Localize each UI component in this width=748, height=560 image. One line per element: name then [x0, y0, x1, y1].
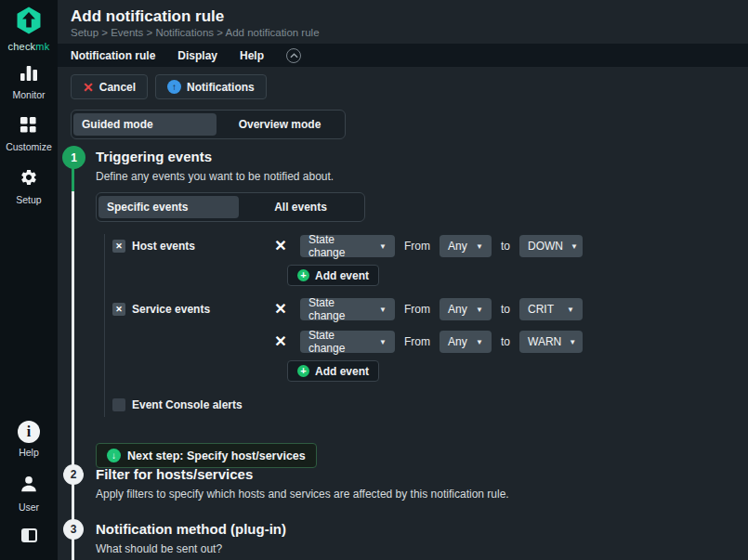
chevron-up-circle-icon[interactable]: [286, 48, 301, 63]
cancel-button[interactable]: ✕ Cancel: [71, 74, 148, 99]
triggering-events-section: Specific events All events ✕ Host events…: [96, 192, 690, 468]
step-1-circle: 1: [62, 146, 85, 169]
delete-row-icon[interactable]: ✕: [270, 334, 291, 349]
notifications-label: Notifications: [187, 81, 255, 94]
chevron-down-icon: ▼: [476, 338, 483, 346]
page-title: Add notification rule: [71, 7, 748, 26]
plus-circle-icon: +: [297, 269, 309, 281]
sidebar: checkmk Monitor Customize: [0, 0, 58, 560]
step-2-title: Filter for hosts/services: [96, 465, 509, 483]
cancel-x-icon: ✕: [83, 81, 94, 94]
mode-tabs: Guided mode Overview mode: [71, 110, 346, 139]
service-to-select[interactable]: WARN▼: [519, 331, 583, 353]
host-events-checkbox-group[interactable]: ✕ Host events: [112, 240, 261, 253]
host-events-label: Host events: [132, 240, 195, 253]
step-2-subtitle: Apply filters to specify which hosts and…: [96, 488, 509, 501]
service-events-label: Service events: [132, 303, 210, 316]
menubar: Notification rule Display Help: [58, 44, 748, 67]
event-console-row: Event Console alerts: [112, 393, 690, 417]
chevron-down-icon: ▼: [476, 242, 483, 251]
plus-circle-icon: +: [297, 365, 309, 377]
breadcrumb: Setup > Events > Notifications > Add not…: [71, 27, 748, 44]
timeline-white-segment: [72, 191, 74, 560]
notifications-button[interactable]: ↑ Notifications: [155, 74, 267, 99]
host-events-row: ✕ Host events ✕ State change▼ From Any▼ …: [112, 234, 690, 258]
step-1-subtitle: Define any events you want to be notifie…: [96, 170, 334, 183]
step-3-circle: 3: [63, 519, 84, 540]
sidebar-item-customize[interactable]: Customize: [6, 116, 52, 152]
tab-all-events[interactable]: All events: [239, 195, 362, 219]
service-events-checkbox[interactable]: ✕: [112, 303, 125, 316]
menu-help[interactable]: Help: [240, 49, 264, 62]
user-icon: [19, 474, 39, 498]
step-2-header: Filter for hosts/services Apply filters …: [96, 465, 509, 501]
add-host-event-button[interactable]: + Add event: [287, 265, 379, 286]
sidebar-item-label: Setup: [16, 194, 41, 205]
from-label: From: [404, 303, 430, 316]
sidebar-item-setup[interactable]: Setup: [16, 168, 41, 205]
next-step-button[interactable]: ↓ Next step: Specify host/services: [96, 443, 317, 468]
service-events-checkbox-group[interactable]: ✕ Service events: [112, 303, 261, 316]
event-console-checkbox[interactable]: [112, 398, 125, 411]
service-events-row: ✕ State change▼ From Any▼ to WARN▼: [112, 330, 690, 354]
menu-notification-rule[interactable]: Notification rule: [71, 49, 155, 62]
sidebar-item-label: Customize: [6, 141, 52, 152]
delete-row-icon[interactable]: ✕: [270, 239, 291, 254]
arrow-down-circle-icon: ↓: [107, 449, 121, 462]
notifications-up-icon: ↑: [167, 80, 181, 94]
host-event-type-select[interactable]: State change▼: [300, 235, 395, 257]
host-events-checkbox[interactable]: ✕: [112, 240, 125, 253]
to-label: to: [501, 240, 510, 253]
to-label: to: [501, 303, 510, 316]
step-3-header: Notification method (plug-in) What shoul…: [96, 520, 286, 555]
tab-specific-events[interactable]: Specific events: [98, 196, 239, 218]
action-bar: ✕ Cancel ↑ Notifications: [58, 67, 748, 99]
service-from-select[interactable]: Any▼: [440, 331, 492, 353]
service-to-select[interactable]: CRIT▼: [519, 298, 583, 320]
event-console-label: Event Console alerts: [132, 398, 243, 411]
step-2-circle: 2: [63, 464, 84, 485]
chevron-down-icon: ▼: [379, 338, 387, 346]
delete-row-icon[interactable]: ✕: [270, 302, 291, 317]
main-area: Add notification rule Setup > Events > N…: [58, 0, 748, 560]
step-1-header: Triggering events Define any events you …: [96, 148, 334, 183]
sidebar-item-user[interactable]: User: [19, 474, 39, 513]
help-info-icon: i: [18, 421, 40, 443]
chevron-down-icon: ▼: [571, 242, 578, 251]
event-tabs: Specific events All events: [96, 192, 365, 222]
event-console-checkbox-group[interactable]: Event Console alerts: [112, 398, 261, 411]
step-1-title: Triggering events: [96, 148, 334, 165]
sidebar-toggle[interactable]: [21, 528, 37, 544]
checkmk-logo-icon: [14, 6, 44, 39]
timeline-green-segment: [72, 167, 74, 191]
step-3-title: Notification method (plug-in): [96, 520, 286, 538]
menu-display[interactable]: Display: [177, 49, 217, 62]
brand-text: checkmk: [8, 41, 50, 52]
sidebar-item-monitor[interactable]: Monitor: [12, 65, 45, 100]
to-label: to: [501, 335, 510, 348]
sidebar-toggle-icon: [21, 528, 37, 542]
page-header: Add notification rule Setup > Events > N…: [58, 0, 748, 44]
cancel-label: Cancel: [99, 81, 136, 94]
chevron-down-icon: ▼: [567, 306, 574, 314]
from-label: From: [404, 240, 430, 253]
from-label: From: [404, 335, 430, 348]
host-from-select[interactable]: Any▼: [440, 235, 492, 257]
tab-overview-mode[interactable]: Overview mode: [217, 112, 343, 137]
service-events-row: ✕ Service events ✕ State change▼ From An…: [112, 297, 690, 321]
step-3-subtitle: What should be sent out?: [96, 542, 286, 555]
checkmk-logo[interactable]: checkmk: [8, 6, 50, 52]
sidebar-item-label: Help: [19, 447, 39, 458]
service-event-type-select[interactable]: State change▼: [300, 298, 395, 320]
customize-grid-icon: [20, 116, 37, 137]
chevron-down-icon: ▼: [476, 306, 483, 314]
tab-guided-mode[interactable]: Guided mode: [73, 113, 217, 136]
service-from-select[interactable]: Any▼: [440, 298, 492, 320]
sidebar-item-label: Monitor: [12, 89, 45, 100]
host-to-select[interactable]: DOWN▼: [519, 235, 583, 257]
chevron-down-icon: ▼: [379, 242, 387, 251]
add-service-event-button[interactable]: + Add event: [287, 360, 379, 382]
chevron-down-icon: ▼: [379, 306, 387, 314]
service-event-type-select[interactable]: State change▼: [300, 331, 395, 353]
sidebar-item-help[interactable]: i Help: [18, 421, 40, 458]
